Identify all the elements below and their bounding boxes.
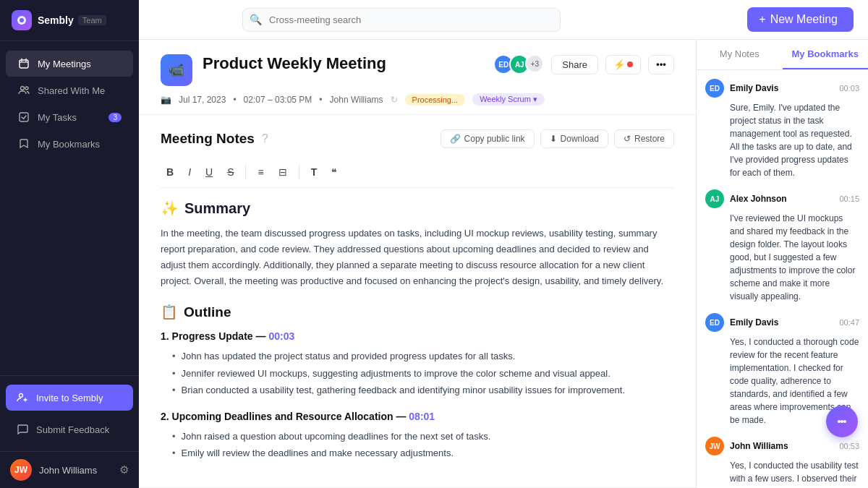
svg-point-8 <box>841 420 843 423</box>
logo-name: Sembly <box>38 14 74 26</box>
invite-label: Invite to Sembly <box>36 393 103 403</box>
bolt-icon: ⚡ <box>613 59 626 70</box>
underline-button[interactable]: U <box>200 163 218 181</box>
bullet-sep2: • <box>319 95 322 105</box>
toolbar-separator2 <box>299 165 299 179</box>
settings-icon[interactable]: ⚙ <box>119 463 129 476</box>
restore-button[interactable]: ↺ Restore <box>614 129 674 148</box>
new-meeting-button[interactable]: + New Meeting <box>747 7 854 32</box>
weekly-badge[interactable]: Weekly Scrum ▾ <box>472 93 545 106</box>
sparkle-icon: ✨ <box>161 200 179 217</box>
more-button[interactable]: ••• <box>648 55 674 74</box>
content-area: 📹 Product Weekly Meeting ED AJ +3 Share … <box>139 40 868 488</box>
meeting-header: 📹 Product Weekly Meeting ED AJ +3 Share … <box>139 40 696 115</box>
tab-my-bookmarks-label: My Bookmarks <box>792 48 859 59</box>
text-toolbar: B I U S ≡ ⊟ T ❝ <box>161 157 674 188</box>
message-author-row: JW John Williams 00:53 <box>705 437 859 455</box>
svg-point-4 <box>25 87 28 90</box>
user-name: John Williams <box>39 465 119 476</box>
summary-text: In the meeting, the team discussed progr… <box>161 226 674 289</box>
feedback-label: Submit Feedback <box>36 424 109 435</box>
svg-point-9 <box>843 420 846 423</box>
message-timestamp: 00:15 <box>839 194 859 203</box>
topbar: 🔍 + New Meeting <box>139 0 868 40</box>
svg-point-1 <box>20 18 24 22</box>
summary-heading: ✨ Summary <box>161 200 674 217</box>
weekly-label: Weekly Scrum <box>480 95 531 103</box>
more-icon: ••• <box>656 59 666 70</box>
ordered-list-button[interactable]: ⊟ <box>273 163 293 181</box>
meeting-header-top: 📹 Product Weekly Meeting ED AJ +3 Share … <box>161 54 674 86</box>
outline-section-1: 1. Progress Update — 00:03 John has upda… <box>161 330 674 398</box>
sidebar-item-my-tasks[interactable]: My Tasks 3 <box>6 104 133 130</box>
video-icon: 📷 <box>161 95 171 105</box>
search-input[interactable] <box>242 8 561 32</box>
text-style-button[interactable]: T <box>305 163 323 181</box>
svg-rect-2 <box>20 60 28 68</box>
message-timestamp: 00:53 <box>839 442 859 450</box>
users-icon <box>17 84 30 97</box>
tab-my-notes[interactable]: My Notes <box>697 40 783 69</box>
sidebar-item-my-bookmarks[interactable]: My Bookmarks <box>6 131 133 157</box>
logo-icon <box>12 10 32 30</box>
message-text: Sure, Emily. I've updated the project st… <box>705 101 859 179</box>
bullet-item: John has updated the project status and … <box>161 348 674 364</box>
logo-team: Team <box>78 15 106 25</box>
plus-icon: + <box>759 13 765 26</box>
svg-point-7 <box>838 420 841 423</box>
bold-button[interactable]: B <box>161 163 179 181</box>
download-icon: ⬇ <box>550 134 557 144</box>
message-item: AJ Alex Johnson 00:15 I've reviewed the … <box>705 189 859 303</box>
sidebar-item-label: My Meetings <box>38 59 91 69</box>
svg-rect-5 <box>20 113 28 121</box>
message-author-row: ED Emily Davis 00:47 <box>705 313 859 332</box>
download-button[interactable]: ⬇ Download <box>540 129 608 148</box>
feedback-icon <box>16 423 29 436</box>
avatar-count: +3 <box>525 54 544 73</box>
processing-badge: Processing... <box>405 94 466 106</box>
restore-label: Restore <box>634 134 665 144</box>
strikethrough-button[interactable]: S <box>221 163 239 181</box>
chat-fab-button[interactable] <box>826 406 858 437</box>
message-timestamp: 00:03 <box>839 84 859 93</box>
restore-icon: ↺ <box>624 134 631 144</box>
meeting-panel: 📹 Product Weekly Meeting ED AJ +3 Share … <box>139 40 696 488</box>
chevron-down-icon: ▾ <box>533 95 537 103</box>
feedback-button[interactable]: Submit Feedback <box>6 416 133 442</box>
svg-point-3 <box>21 87 25 90</box>
avatar: JW <box>10 459 32 481</box>
link-icon: 🔗 <box>450 134 461 144</box>
main-nav: My Meetings Shared With Me My Tasks 3 My… <box>0 41 139 375</box>
bolt-button[interactable]: ⚡ <box>605 55 641 74</box>
sidebar-item-shared-with-me[interactable]: Shared With Me <box>6 77 133 103</box>
message-author: Alex Johnson <box>730 194 787 204</box>
summary-section: ✨ Summary In the meeting, the team discu… <box>161 200 674 289</box>
bullet-item: Emily will review the deadlines and make… <box>161 445 674 461</box>
share-label: Share <box>562 59 587 70</box>
quote-button[interactable]: ❝ <box>326 163 343 181</box>
tab-my-bookmarks[interactable]: My Bookmarks <box>783 40 869 69</box>
invite-button[interactable]: Invite to Sembly <box>6 385 133 411</box>
host-name: John Williams <box>330 95 383 105</box>
italic-button[interactable]: I <box>182 163 197 181</box>
refresh-icon: ↻ <box>391 95 398 105</box>
unordered-list-button[interactable]: ≡ <box>252 163 269 181</box>
new-meeting-label: New Meeting <box>770 13 838 26</box>
share-button[interactable]: Share <box>551 55 598 74</box>
task-badge: 3 <box>109 113 122 122</box>
sidebar-bottom: Invite to Sembly Submit Feedback <box>0 375 139 451</box>
sidebar: Sembly Team My Meetings Shared With Me M… <box>0 0 139 488</box>
meeting-time: 02:07 – 03:05 PM <box>244 95 312 105</box>
toolbar-separator <box>245 165 246 179</box>
meeting-date: Jul 17, 2023 <box>179 95 226 105</box>
bookmark-icon <box>17 137 30 150</box>
copy-public-link-button[interactable]: 🔗 Copy public link <box>441 129 535 148</box>
search-bar-container: 🔍 <box>242 8 561 32</box>
timestamp-link-2[interactable]: 08:01 <box>409 411 435 422</box>
sidebar-item-my-meetings[interactable]: My Meetings <box>6 51 133 77</box>
help-icon: ? <box>262 132 268 145</box>
timestamp-link-1[interactable]: 00:03 <box>268 330 294 342</box>
logo-area: Sembly Team <box>0 0 139 41</box>
check-icon <box>17 111 30 124</box>
summary-heading-text: Summary <box>184 200 250 217</box>
